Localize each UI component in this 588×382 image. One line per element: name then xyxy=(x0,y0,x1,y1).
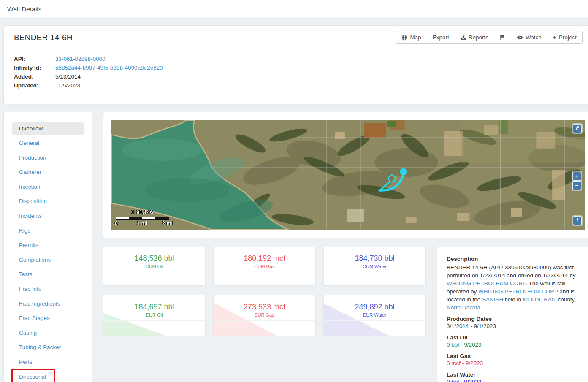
project-button-label: Project xyxy=(559,35,577,41)
scale-bar-segments xyxy=(116,217,169,220)
last-gas-heading: Last Gas xyxy=(447,353,583,359)
eur-gas-value: 273,533 mcf xyxy=(218,302,311,312)
well-description-card: Description BENDER 14-6H (API# 330610289… xyxy=(437,247,588,382)
page-title: Well Details xyxy=(7,5,42,13)
info-row-added: Added: 5/13/2014 xyxy=(14,72,583,81)
api-label: API: xyxy=(14,54,55,63)
sidebar-item-casing[interactable]: Casing xyxy=(12,326,84,339)
sidebar-item-tubing-packer[interactable]: Tubing & Packer xyxy=(12,341,84,354)
reports-button-label: Reports xyxy=(469,35,488,41)
sidebar-item-completions[interactable]: Completions xyxy=(12,253,84,266)
stat-card-eur-oil: 184,657 bbl EUR Oil xyxy=(103,295,206,336)
export-button-label: Export xyxy=(433,35,449,41)
scale-tick-2mi: 2 mi xyxy=(162,220,173,226)
plus-icon: + xyxy=(553,35,556,41)
field-link[interactable]: SANISH xyxy=(482,296,503,303)
added-label: Added: xyxy=(14,72,55,81)
scale-tick-0: 0 xyxy=(115,220,118,226)
add-project-button[interactable]: + Project xyxy=(547,31,583,44)
last-water-section: Last Water 0 bbl - 9/2023 xyxy=(447,371,583,382)
api-value-link[interactable]: 33-061-02898-0000 xyxy=(55,54,106,63)
sidebar-item-disposition[interactable]: Disposition xyxy=(12,195,84,208)
updated-value: 11/5/2023 xyxy=(55,81,80,90)
globe-icon xyxy=(401,35,407,41)
stat-card-cum-gas: 180,192 mcf CUM Gas xyxy=(213,247,316,286)
production-stats-grid: 148,536 bbl CUM Oil 180,192 mcf CUM Gas … xyxy=(103,247,426,336)
satellite-imagery xyxy=(111,120,585,230)
cum-oil-value: 148,536 bbl xyxy=(108,254,201,263)
county-link[interactable]: MOUNTRAIL xyxy=(523,296,556,303)
sidebar-item-rigs[interactable]: Rigs xyxy=(12,224,84,237)
zoom-out-button[interactable]: − xyxy=(572,181,581,190)
eur-water-label: EUR Water xyxy=(328,312,421,317)
stat-card-cum-water: 184,730 bbl CUM Water xyxy=(323,247,426,286)
eur-oil-label: EUR Oil xyxy=(108,312,201,317)
last-water-heading: Last Water xyxy=(447,371,583,378)
map-button-label: Map xyxy=(410,35,421,41)
scale-tick-1mi: 1 mi xyxy=(137,220,147,226)
map-button[interactable]: Map xyxy=(396,31,427,44)
state-link[interactable]: North Dakota xyxy=(447,304,480,311)
sidebar-item-permits[interactable]: Permits xyxy=(12,239,84,252)
sidebar-item-injection[interactable]: Injection xyxy=(12,180,84,193)
fullscreen-control xyxy=(572,123,583,134)
sidebar-item-gatherer[interactable]: Gatherer xyxy=(12,166,84,179)
stat-card-eur-water: 249,892 bbl EUR Water xyxy=(323,295,426,336)
attribution-control: i xyxy=(572,215,583,226)
download-icon xyxy=(461,35,466,40)
well-name: BENDER 14-6H xyxy=(14,33,73,42)
sidebar-item-incidents[interactable]: Incidents xyxy=(12,210,84,222)
sidebar-item-overview[interactable]: Overview xyxy=(12,122,84,135)
cum-water-label: CUM Water xyxy=(328,264,421,269)
updated-label: Updated: xyxy=(14,81,55,90)
sidebar-item-directional[interactable]: Directional xyxy=(12,370,84,382)
info-row-infinity-id: Infinity Id: a5852a44-b987-49f5-b38b-409… xyxy=(14,63,583,72)
producing-dates-section: Producing Dates 3/1/2014 - 9/1/2023 xyxy=(447,316,583,330)
info-row-api: API: 33-061-02898-0000 xyxy=(14,54,583,63)
info-row-updated: Updated: 11/5/2023 xyxy=(14,81,583,90)
infinity-id-value-link[interactable]: a5852a44-b987-49f5-b38b-4090a8e2e629 xyxy=(55,63,163,72)
sidebar-item-frac-ingredients[interactable]: Frac Ingredients xyxy=(12,297,84,310)
sidebar-item-production[interactable]: Production xyxy=(12,151,84,164)
export-button[interactable]: Export xyxy=(427,31,455,44)
zoom-in-button[interactable]: + xyxy=(572,172,581,181)
scale-ratio-text: 1:91,146 xyxy=(116,209,169,215)
producing-dates-heading: Producing Dates xyxy=(447,316,583,322)
eur-water-value: 249,892 bbl xyxy=(328,302,421,312)
reports-button[interactable]: Reports xyxy=(455,31,494,44)
last-water-value: 0 bbl - 9/2023 xyxy=(447,378,583,382)
added-value: 5/13/2014 xyxy=(55,72,81,81)
eur-oil-value: 184,657 bbl xyxy=(108,302,201,312)
well-section-sidebar: Overview General Production Gatherer Inj… xyxy=(3,112,92,382)
description-text: field in xyxy=(503,296,523,303)
map-info-button[interactable]: i xyxy=(573,216,582,225)
eye-icon xyxy=(517,35,523,40)
expand-icon xyxy=(575,125,580,132)
sidebar-item-frac-info[interactable]: Frac Info xyxy=(12,283,84,295)
watch-button-label: Watch xyxy=(526,35,542,41)
last-gas-section: Last Gas 0 mcf - 9/2023 xyxy=(447,353,583,367)
operator-link[interactable]: WHITING PETROLEUM CORP xyxy=(447,280,526,287)
last-gas-value: 0 mcf - 9/2023 xyxy=(447,359,583,367)
sidebar-item-perfs[interactable]: Perfs xyxy=(12,356,84,368)
flag-button[interactable] xyxy=(494,31,511,44)
fullscreen-button[interactable] xyxy=(573,124,582,133)
stat-card-eur-gas: 273,533 mcf EUR Gas xyxy=(213,295,316,336)
description-heading: Description xyxy=(447,256,583,262)
watch-button[interactable]: Watch xyxy=(511,31,547,44)
operator-link[interactable]: WHITING PETROLEUM CORP xyxy=(478,288,558,295)
satellite-map[interactable]: + − i 1:91,146 0 1 mi xyxy=(111,120,585,230)
well-info-list: API: 33-061-02898-0000 Infinity Id: a585… xyxy=(4,49,588,104)
sidebar-item-frac-stages[interactable]: Frac Stages xyxy=(12,312,84,325)
zoom-control: + − xyxy=(572,171,582,191)
last-oil-section: Last Oil 0 bbl - 9/2023 xyxy=(447,334,583,349)
info-icon: i xyxy=(577,217,578,224)
cum-oil-label: CUM Oil xyxy=(108,264,201,269)
cum-gas-label: CUM Gas xyxy=(218,264,311,269)
last-oil-heading: Last Oil xyxy=(447,334,583,341)
page-header: Well Details xyxy=(0,0,588,19)
sidebar-item-general[interactable]: General xyxy=(12,137,84,149)
sidebar-item-tests[interactable]: Tests xyxy=(12,268,84,281)
scale-tick-labels: 0 1 mi 2 mi xyxy=(116,220,175,227)
map-scale-bar: 1:91,146 0 1 mi 2 mi xyxy=(116,209,175,227)
